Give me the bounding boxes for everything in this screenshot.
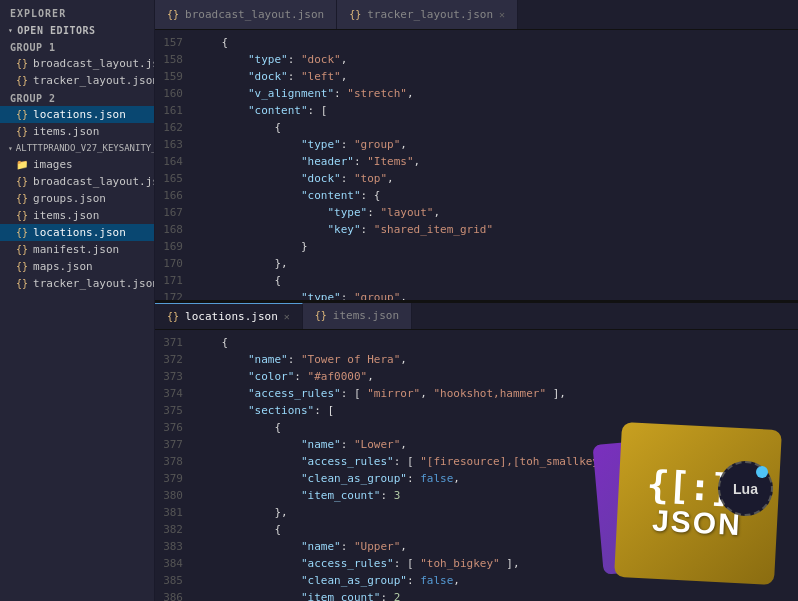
code-line: "clean_as_group": false, <box>191 572 798 589</box>
sidebar-item-items-g2[interactable]: {} items.json <box>0 123 154 140</box>
code-line: "clean_as_group": false, <box>191 470 798 487</box>
json-icon: {} <box>16 75 28 86</box>
top-code-content: { "type": "dock", "dock": "left", "v_ali… <box>191 30 798 300</box>
code-line: { <box>191 119 798 136</box>
tab-broadcast-layout[interactable]: {} broadcast_layout.json <box>155 0 337 29</box>
code-line: }, <box>191 504 798 521</box>
json-icon: {} <box>16 109 28 120</box>
code-line: "sections": [ <box>191 402 798 419</box>
group2-header: GROUP 2 <box>0 89 154 106</box>
json-file-icon: {} <box>349 9 361 20</box>
sidebar-item-manifest[interactable]: {} manifest.json <box>0 241 154 258</box>
sidebar-item-images[interactable]: 📁 images <box>0 156 154 173</box>
code-line: "dock": "left", <box>191 68 798 85</box>
tab-tracker-layout[interactable]: {} tracker_layout.json ✕ <box>337 0 518 29</box>
altttprando-section[interactable]: ▾ ALTTTPRANDO_V27_KEYSANITY_II... <box>0 140 154 156</box>
tab-locations[interactable]: {} locations.json ✕ <box>155 303 303 329</box>
tab-close-button[interactable]: ✕ <box>499 9 505 20</box>
folder-icon: 📁 <box>16 159 28 170</box>
code-line: "content": [ <box>191 102 798 119</box>
sidebar: EXPLORER ▾ OPEN EDITORS GROUP 1 {} broad… <box>0 0 155 601</box>
file-label: items.json <box>33 209 99 222</box>
top-editor-pane: {} broadcast_layout.json {} tracker_layo… <box>155 0 798 302</box>
code-line: "v_alignment": "stretch", <box>191 85 798 102</box>
code-line: }, <box>191 255 798 272</box>
code-line: "content": { <box>191 187 798 204</box>
sidebar-item-tracker-g1[interactable]: {} tracker_layout.json <box>0 72 154 89</box>
tab-items[interactable]: {} items.json <box>303 303 412 329</box>
file-label: tracker_layout.json <box>33 74 154 87</box>
code-line: "type": "group", <box>191 289 798 300</box>
tab-label: items.json <box>333 309 399 322</box>
code-line: { <box>191 334 798 351</box>
sidebar-item-broadcast-g1[interactable]: {} broadcast_layout.json <box>0 55 154 72</box>
open-editors-label: OPEN EDITORS <box>17 25 95 36</box>
code-line: } <box>191 238 798 255</box>
file-label: groups.json <box>33 192 106 205</box>
json-icon: {} <box>16 193 28 204</box>
code-line: "name": "Upper", <box>191 538 798 555</box>
sidebar-item-locations-g2[interactable]: {} locations.json <box>0 106 154 123</box>
json-file-icon: {} <box>167 311 179 322</box>
code-line: { <box>191 419 798 436</box>
tab-label: tracker_layout.json <box>367 8 493 21</box>
sidebar-title: EXPLORER <box>0 0 154 23</box>
json-icon: {} <box>16 227 28 238</box>
file-label: tracker_layout.json <box>33 277 154 290</box>
top-tab-bar: {} broadcast_layout.json {} tracker_layo… <box>155 0 798 30</box>
code-line: "name": "Tower of Hera", <box>191 351 798 368</box>
bottom-code-area: 371 372 373 374 375 376 377 378 379 380 … <box>155 330 798 602</box>
bottom-tab-bar: {} locations.json ✕ {} items.json <box>155 302 798 330</box>
file-label: images <box>33 158 73 171</box>
json-icon: {} <box>16 210 28 221</box>
json-icon: {} <box>16 261 28 272</box>
code-line: "item_count": 2 <box>191 589 798 602</box>
code-line: "type": "dock", <box>191 51 798 68</box>
json-icon: {} <box>16 58 28 69</box>
top-code-area: 157 158 159 160 161 162 163 164 165 166 … <box>155 30 798 300</box>
sidebar-item-broadcast[interactable]: {} broadcast_layout.json <box>0 173 154 190</box>
file-label: manifest.json <box>33 243 119 256</box>
sidebar-item-items[interactable]: {} items.json <box>0 207 154 224</box>
group1-header: GROUP 1 <box>0 38 154 55</box>
arrow-icon: ▾ <box>8 144 13 153</box>
code-line: "key": "shared_item_grid" <box>191 221 798 238</box>
tab-label: broadcast_layout.json <box>185 8 324 21</box>
code-line: "header": "Items", <box>191 153 798 170</box>
bottom-code-content: { "name": "Tower of Hera", "color": "#af… <box>191 330 798 602</box>
top-line-numbers: 157 158 159 160 161 162 163 164 165 166 … <box>155 30 191 300</box>
file-label: broadcast_layout.json <box>33 57 154 70</box>
code-line: "access_rules": [ "mirror", "hookshot,ha… <box>191 385 798 402</box>
code-line: { <box>191 272 798 289</box>
code-line: "type": "layout", <box>191 204 798 221</box>
sidebar-item-groups[interactable]: {} groups.json <box>0 190 154 207</box>
sidebar-item-locations[interactable]: {} locations.json <box>0 224 154 241</box>
open-editors-section[interactable]: ▾ OPEN EDITORS <box>0 23 154 38</box>
code-line: { <box>191 34 798 51</box>
bottom-line-numbers: 371 372 373 374 375 376 377 378 379 380 … <box>155 330 191 602</box>
altttprando-label: ALTTTPRANDO_V27_KEYSANITY_II... <box>16 143 155 153</box>
bottom-editor-pane: {} locations.json ✕ {} items.json 371 37… <box>155 302 798 602</box>
code-line: "type": "group", <box>191 136 798 153</box>
json-icon: {} <box>16 244 28 255</box>
file-label: maps.json <box>33 260 93 273</box>
tab-close-button[interactable]: ✕ <box>284 311 290 322</box>
code-line: "access_rules": [ "[firesource],[toh_sma… <box>191 453 798 470</box>
file-label: locations.json <box>33 108 126 121</box>
arrow-icon: ▾ <box>8 26 13 35</box>
json-file-icon: {} <box>315 310 327 321</box>
code-line: "name": "Lower", <box>191 436 798 453</box>
code-line: "dock": "top", <box>191 170 798 187</box>
json-icon: {} <box>16 126 28 137</box>
code-line: "color": "#af0000", <box>191 368 798 385</box>
file-label: broadcast_layout.json <box>33 175 154 188</box>
sidebar-item-tracker[interactable]: {} tracker_layout.json <box>0 275 154 292</box>
json-file-icon: {} <box>167 9 179 20</box>
json-icon: {} <box>16 176 28 187</box>
file-label: items.json <box>33 125 99 138</box>
file-label: locations.json <box>33 226 126 239</box>
sidebar-item-maps[interactable]: {} maps.json <box>0 258 154 275</box>
json-icon: {} <box>16 278 28 289</box>
code-line: "item_count": 3 <box>191 487 798 504</box>
editor-area: {} broadcast_layout.json {} tracker_layo… <box>155 0 798 601</box>
